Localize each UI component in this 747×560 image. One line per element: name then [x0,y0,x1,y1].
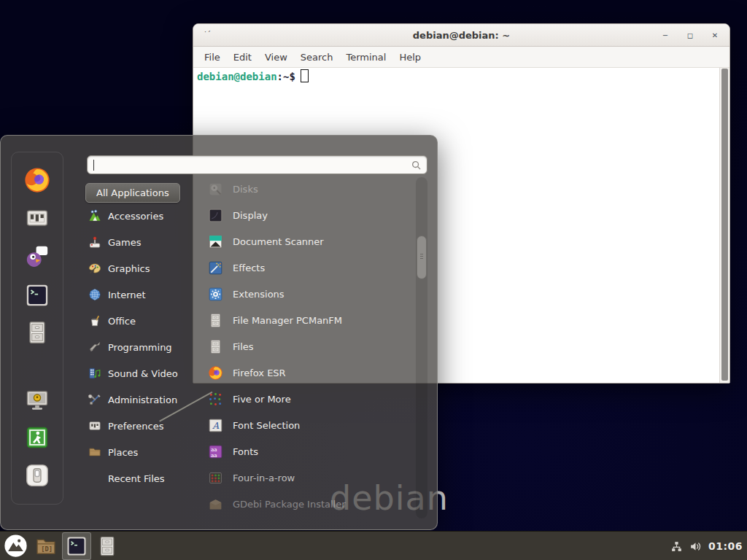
category-games[interactable]: Games [85,229,198,255]
app-label: Font Selection [233,420,300,431]
app-item-disks[interactable]: Disks [208,176,412,202]
close-button[interactable]: ✕ [711,31,719,39]
menu-scrollbar-thumb[interactable] [417,236,427,279]
favorite-pidgin[interactable] [25,244,50,269]
titlebar-icon: ˙ˊ [204,31,211,39]
menu-scrollbar[interactable] [416,177,427,518]
internet-icon [88,288,101,301]
app-item-effects[interactable]: Effects [208,254,412,281]
taskbar-terminal-launcher[interactable] [62,532,91,560]
minimize-button[interactable]: − [661,31,670,39]
search-icon [411,160,422,171]
app-item-fonts[interactable]: aaaaFonts [208,438,412,464]
app-item-font-selection[interactable]: AFont Selection [208,412,412,438]
effects-icon [208,260,223,276]
preferences-icon [88,419,101,432]
games-icon [88,236,101,249]
file-cabinet-icon [208,313,223,328]
terminal-menu-terminal[interactable]: Terminal [339,50,392,65]
font-selection-icon: A [208,418,223,433]
app-item-display[interactable]: Display [208,202,412,228]
terminal-menu-view[interactable]: View [258,50,294,65]
prompt-user-host: debian@debian [197,71,277,82]
office-icon [88,314,101,327]
terminal-scrollbar[interactable] [719,68,729,383]
favorite-terminal[interactable] [25,283,50,308]
favorite-shutdown[interactable] [25,463,50,488]
app-label: GDebi Package Installer [233,499,346,510]
search-input[interactable] [93,157,408,173]
category-preferences[interactable]: Preferences [85,413,198,439]
category-label: Internet [108,289,146,300]
volume-icon[interactable] [689,540,702,553]
taskbar-menu-button[interactable] [1,532,30,560]
app-label: Firefox ESR [233,368,286,378]
terminal-menu-edit[interactable]: Edit [227,50,258,65]
category-all-applications[interactable]: All Applications [85,183,180,203]
favorites-column [11,152,63,505]
sound-video-icon [88,367,101,380]
administration-icon [88,393,101,406]
graphics-icon [88,262,101,275]
document-scanner-icon [208,234,223,249]
app-label: Effects [233,262,265,273]
favorite-control-panel[interactable] [25,206,50,230]
clock[interactable]: 01:06 [708,540,743,552]
network-icon[interactable] [670,540,683,553]
category-sound-video[interactable]: Sound & Video [85,360,198,386]
app-item-firefox-esr[interactable]: Firefox ESR [208,359,412,386]
app-label: Document Scanner [233,236,324,247]
taskbar-file-manager-desktop-launcher[interactable]: [D] [31,532,61,560]
category-label: Games [108,237,141,248]
terminal-prompt: debian@debian:~$ [197,69,309,82]
text-caret [93,160,94,171]
gdebi-icon [208,497,223,512]
display-icon [208,208,223,223]
app-item-file-manager-pcmanfm[interactable]: File Manager PCManFM [208,307,412,333]
app-item-five-or-more[interactable]: Five or More [208,386,412,412]
favorite-firefox[interactable] [23,166,51,194]
favorite-file-cabinet[interactable] [25,320,50,345]
category-list: All ApplicationsAccessoriesGamesGraphics… [85,183,198,491]
terminal-menubar: FileEditViewSearchTerminalHelp [193,47,729,68]
category-label: Places [108,447,138,458]
svg-text:A: A [212,421,220,431]
fonts-icon: aaaa [208,444,223,459]
app-label: Extensions [233,289,285,300]
category-programming[interactable]: Programming [85,334,198,360]
category-label: Programming [108,342,172,353]
category-places[interactable]: Places [85,439,198,465]
disks-icon [208,182,223,197]
search-box[interactable] [87,155,427,174]
app-label: Fonts [233,446,258,457]
terminal-menu-help[interactable]: Help [392,50,427,65]
firefox-icon [208,365,223,381]
taskbar-file-manager-launcher[interactable] [93,532,122,560]
category-graphics[interactable]: Graphics [85,255,198,281]
terminal-scrollbar-thumb[interactable] [721,69,728,381]
terminal-menu-file[interactable]: File [198,50,227,65]
app-item-files[interactable]: Files [208,333,412,359]
maximize-button[interactable]: ◻ [686,31,694,39]
category-office[interactable]: Office [85,308,198,334]
category-recent-files[interactable]: Recent Files [85,465,198,491]
app-item-four-in-a-row[interactable]: Four-in-a-row [208,464,412,491]
favorite-lock-screen[interactable] [25,388,50,413]
app-item-gdebi-package-installer[interactable]: GDebi Package Installer [208,491,412,517]
favorite-logout[interactable] [25,425,50,450]
file-cabinet-icon [208,339,223,354]
terminal-titlebar[interactable]: ˙ˊ debian@debian: ~ −◻✕ [193,24,729,47]
app-item-extensions[interactable]: Extensions [208,281,412,307]
svg-text:[D]: [D] [41,545,53,552]
app-label: Four-in-a-row [233,472,295,483]
system-tray: 01:06 [670,532,743,560]
terminal-menu-search[interactable]: Search [294,50,340,65]
prompt-path: :~$ [277,71,295,82]
category-label: Office [108,316,136,327]
programming-icon [88,341,101,354]
category-internet[interactable]: Internet [85,281,198,308]
four-in-a-row-icon [208,470,223,486]
taskbar: [D] 01:06 [0,531,747,560]
app-item-document-scanner[interactable]: Document Scanner [208,228,412,254]
category-accessories[interactable]: Accessories [85,203,198,229]
